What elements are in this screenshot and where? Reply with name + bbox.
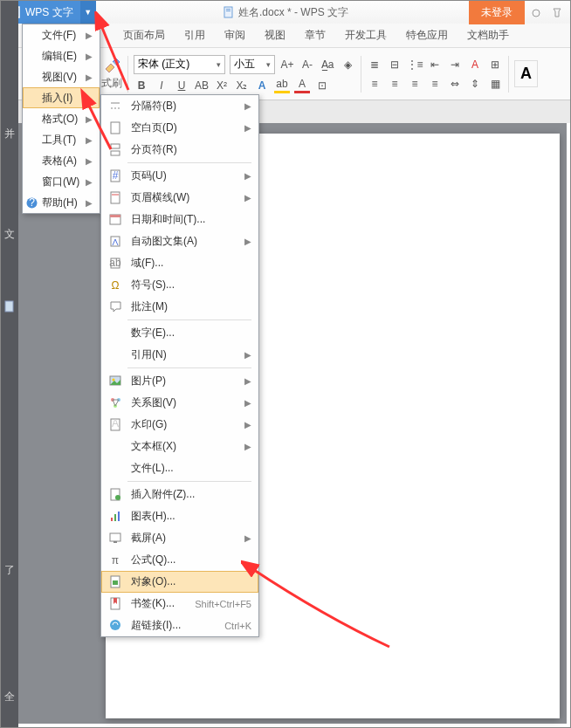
strike-icon[interactable]: AB (194, 78, 210, 93)
underline-icon[interactable]: U (174, 78, 189, 93)
strip-text: 了 (1, 560, 18, 581)
align-right-icon[interactable]: ≡ (407, 76, 423, 92)
submenu-item[interactable]: 截屏(A)▶ (101, 527, 258, 549)
multilevel-icon[interactable]: ⋮≡ (407, 57, 423, 72)
submenu-item[interactable]: 文件(L)... (101, 457, 258, 479)
submenu-arrow-icon: ▶ (244, 193, 251, 203)
submenu-item[interactable]: #页码(U)▶ (101, 165, 258, 187)
ribbon-tab[interactable]: 特色应用 (397, 24, 457, 47)
datetime-icon (108, 213, 122, 227)
submenu-item[interactable]: π公式(Q)... (101, 549, 258, 571)
object-icon (108, 575, 122, 589)
cloud-icon[interactable] (526, 3, 546, 22)
blank-icon (108, 462, 122, 476)
outdent-icon[interactable]: ⇤ (427, 57, 443, 72)
char-border-icon[interactable]: ⊡ (314, 78, 330, 93)
water-icon: A (108, 418, 122, 432)
submenu-item[interactable]: 数字(E)... (101, 322, 258, 344)
align-center-icon[interactable]: ≡ (387, 76, 402, 92)
ribbon-tab[interactable]: 引用 (175, 24, 214, 47)
line-spacing-icon[interactable]: ⇕ (467, 76, 483, 92)
insert-submenu: 分隔符(B)▶空白页(D)▶分页符(R)#页码(U)▶页眉横线(W)▶日期和时间… (100, 94, 259, 637)
submenu-arrow-icon: ▶ (244, 442, 251, 451)
submenu-item[interactable]: ab域(F)... (101, 252, 258, 274)
svg-rect-19 (111, 237, 120, 246)
submenu-item[interactable]: 超链接(I)...Ctrl+K (101, 615, 258, 636)
submenu-item[interactable]: 图片(P)▶ (101, 370, 258, 392)
ribbon-tab[interactable]: 文档助手 (458, 24, 518, 47)
strip-text: 全 (1, 686, 18, 708)
submenu-item[interactable]: 关系图(V)▶ (101, 392, 258, 414)
submenu-item[interactable]: 引用(N)▶ (101, 344, 258, 366)
highlight-icon[interactable]: ab (274, 78, 290, 93)
submenu-arrow-icon: ▶ (86, 198, 93, 208)
svg-text:A: A (112, 418, 119, 429)
change-case-icon[interactable]: A̲a (320, 57, 335, 72)
headerline-icon (108, 191, 122, 205)
bookmark-icon (108, 597, 122, 611)
indent-icon[interactable]: ⇥ (447, 57, 463, 72)
bullets-icon[interactable]: ≣ (367, 57, 382, 72)
submenu-item[interactable]: 分页符(R) (101, 139, 258, 161)
submenu-item[interactable]: Ω符号(S)... (101, 274, 258, 296)
submenu-item[interactable]: 页眉横线(W)▶ (101, 187, 258, 209)
justify-icon[interactable]: ≡ (427, 76, 443, 92)
svg-rect-35 (110, 533, 120, 541)
submenu-item[interactable]: 插入附件(Z)... (101, 484, 258, 505)
svg-point-4 (533, 10, 540, 17)
font-color-icon[interactable]: A (254, 78, 270, 93)
menu-item[interactable]: ?帮助(H)▶ (23, 192, 100, 213)
svg-point-41 (110, 620, 120, 630)
ribbon-tab[interactable]: 开发工具 (336, 24, 396, 47)
login-button[interactable]: 未登录 (469, 1, 525, 24)
help-icon: ? (26, 197, 38, 209)
submenu-item[interactable]: 日期和时间(T)... (101, 209, 258, 230)
submenu-item[interactable]: A水印(G)▶ (101, 414, 258, 436)
symbol-icon: Ω (108, 278, 122, 292)
text-color-icon[interactable]: A (294, 78, 310, 93)
submenu-item[interactable]: 空白页(D)▶ (101, 117, 258, 139)
gridlines-icon[interactable]: ⊞ (487, 57, 503, 72)
clear-format-icon[interactable]: ◈ (340, 57, 355, 72)
font-group: 宋体 (正文)▾ 小五▾ A+ A- A̲a ◈ B I U AB X² X₂ … (134, 55, 355, 93)
annotation-arrow-icon (241, 551, 398, 656)
submenu-item[interactable]: 对象(O)... (101, 571, 258, 593)
svg-text:#: # (113, 169, 119, 182)
svg-rect-36 (114, 541, 117, 543)
submenu-arrow-icon: ▶ (244, 420, 251, 429)
ribbon-tab[interactable]: 审阅 (216, 24, 254, 47)
italic-icon[interactable]: I (154, 78, 169, 93)
blank-icon (108, 348, 122, 362)
font-name-select[interactable]: 宋体 (正文)▾ (134, 55, 225, 74)
superscript-icon[interactable]: X² (214, 78, 230, 93)
distribute-icon[interactable]: ⇔ (447, 76, 463, 92)
skin-icon[interactable] (547, 3, 567, 22)
borders-icon[interactable]: ▦ (487, 76, 503, 92)
numbering-icon[interactable]: ⊟ (387, 57, 402, 72)
styles-a[interactable]: A (514, 60, 538, 87)
subscript-icon[interactable]: X₂ (234, 78, 250, 93)
submenu-item[interactable]: 自动图文集(A)▶ (101, 230, 258, 252)
submenu-arrow-icon: ▶ (244, 123, 251, 133)
ribbon-tab[interactable]: 章节 (296, 24, 334, 47)
char-a-icon[interactable]: A (467, 57, 483, 72)
grow-font-icon[interactable]: A+ (279, 57, 295, 72)
pic-icon (108, 374, 122, 388)
font-size-select[interactable]: 小五▾ (230, 55, 275, 74)
svg-rect-1 (224, 7, 232, 17)
menu-separator (127, 319, 251, 320)
annotation-arrow-icon (85, 11, 137, 99)
page-icon[interactable] (1, 298, 18, 315)
ribbon-tab[interactable]: 视图 (256, 24, 294, 47)
menu-item[interactable]: 窗口(W)▶ (23, 171, 100, 192)
submenu-item[interactable]: 图表(H)... (101, 505, 258, 527)
submenu-item[interactable]: 书签(K)...Shift+Ctrl+F5 (101, 593, 258, 615)
submenu-item[interactable]: 文本框(X)▶ (101, 436, 258, 457)
submenu-arrow-icon: ▶ (244, 376, 251, 386)
align-left-icon[interactable]: ≡ (367, 76, 382, 92)
blank-icon (108, 440, 122, 454)
menu-separator (127, 162, 251, 163)
svg-point-24 (113, 379, 115, 381)
shrink-font-icon[interactable]: A- (299, 57, 315, 72)
submenu-item[interactable]: 批注(M) (101, 296, 258, 318)
